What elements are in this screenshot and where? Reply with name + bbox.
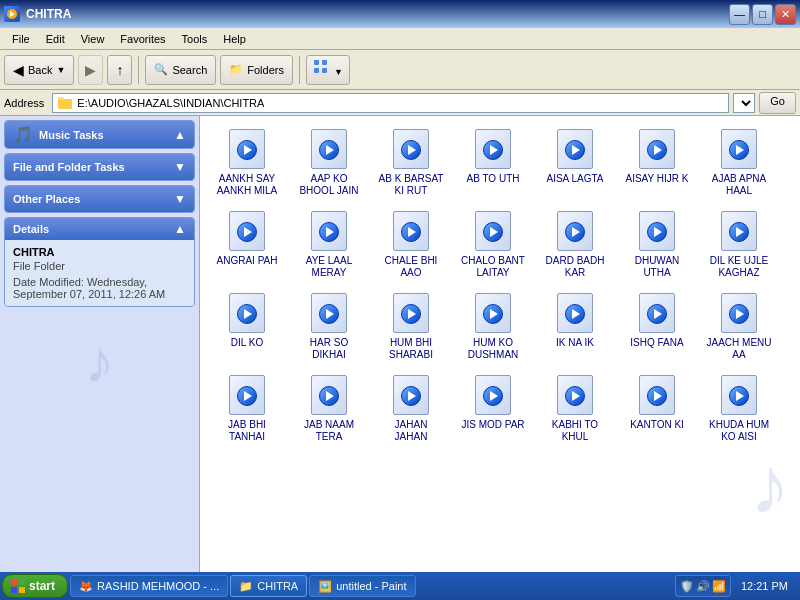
music-tasks-header[interactable]: 🎵 Music Tasks ▲: [5, 121, 194, 148]
play-triangle-icon: [572, 145, 580, 155]
file-item[interactable]: HAR SO DIKHAI: [290, 288, 368, 366]
taskbar-item-paint[interactable]: 🖼️ untitled - Paint: [309, 575, 415, 597]
file-play-button: [401, 304, 421, 324]
play-triangle-icon: [408, 309, 416, 319]
other-places-section: Other Places ▼: [4, 185, 195, 213]
other-places-header[interactable]: Other Places ▼: [5, 186, 194, 212]
file-item[interactable]: HUM BHI SHARABI: [372, 288, 450, 366]
details-content: CHITRA File Folder Date Modified: Wednes…: [5, 240, 194, 306]
play-triangle-icon: [490, 391, 498, 401]
view-button[interactable]: ▼: [306, 55, 350, 85]
play-circle: [237, 222, 257, 242]
play-triangle-icon: [572, 309, 580, 319]
address-dropdown[interactable]: [733, 93, 755, 113]
file-icon-container: [309, 211, 349, 251]
file-name: DIL KE UJLE KAGHAZ: [705, 255, 773, 279]
taskbar-item-firefox[interactable]: 🦊 RASHID MEHMOOD - ...: [70, 575, 228, 597]
file-item[interactable]: HUM KO DUSHMAN: [454, 288, 532, 366]
file-item[interactable]: KANTON KI: [618, 370, 696, 448]
file-item[interactable]: AISA LAGTA: [536, 124, 614, 202]
file-icon-container: [719, 375, 759, 415]
file-name: CHALE BHI AAO: [377, 255, 445, 279]
file-item[interactable]: DIL KO: [208, 288, 286, 366]
back-dropdown-icon[interactable]: ▼: [56, 65, 65, 75]
menu-file[interactable]: File: [4, 31, 38, 47]
maximize-button[interactable]: □: [752, 4, 773, 25]
file-play-button: [565, 386, 585, 406]
file-item[interactable]: DIL KE UJLE KAGHAZ: [700, 206, 778, 284]
taskbar-item-paint-label: untitled - Paint: [336, 580, 406, 592]
up-button[interactable]: ↑: [107, 55, 132, 85]
file-item[interactable]: DARD BADH KAR: [536, 206, 614, 284]
file-icon-container: [555, 211, 595, 251]
file-item[interactable]: DHUWAN UTHA: [618, 206, 696, 284]
play-circle: [237, 386, 257, 406]
svg-rect-10: [11, 587, 17, 593]
file-name: JAACH MENU AA: [705, 337, 773, 361]
file-item[interactable]: JAB BHI TANHAI: [208, 370, 286, 448]
file-item[interactable]: JAACH MENU AA: [700, 288, 778, 366]
file-item[interactable]: AB TO UTH: [454, 124, 532, 202]
start-button[interactable]: start: [2, 574, 68, 598]
play-circle: [565, 386, 585, 406]
file-play-button: [729, 140, 749, 160]
file-item[interactable]: IK NA IK: [536, 288, 614, 366]
file-item[interactable]: AANKH SAY AANKH MILA: [208, 124, 286, 202]
file-item[interactable]: AB K BARSAT KI RUT: [372, 124, 450, 202]
file-item[interactable]: KHUDA HUM KO AISI: [700, 370, 778, 448]
file-name: AISAY HIJR K: [626, 173, 689, 185]
network-icon: 🔊: [696, 580, 710, 593]
details-folder-type: File Folder: [13, 260, 186, 272]
file-item[interactable]: JIS MOD PAR: [454, 370, 532, 448]
music-tasks-label: Music Tasks: [39, 129, 104, 141]
file-icon-container: [227, 293, 267, 333]
play-triangle-icon: [490, 145, 498, 155]
menu-tools[interactable]: Tools: [174, 31, 216, 47]
forward-button[interactable]: ▶: [78, 55, 103, 85]
file-icon-container: [227, 375, 267, 415]
search-label: Search: [172, 64, 207, 76]
file-item[interactable]: AISAY HIJR K: [618, 124, 696, 202]
file-play-button: [647, 222, 667, 242]
file-play-button: [729, 386, 749, 406]
file-item[interactable]: KABHI TO KHUL: [536, 370, 614, 448]
address-folder-icon: [57, 95, 73, 111]
taskbar-item-chitra[interactable]: 📁 CHITRA: [230, 575, 307, 597]
file-folder-header[interactable]: File and Folder Tasks ▼: [5, 154, 194, 180]
menu-favorites[interactable]: Favorites: [112, 31, 173, 47]
go-button[interactable]: Go: [759, 92, 796, 114]
file-name: DIL KO: [231, 337, 263, 349]
file-folder-tasks-section: File and Folder Tasks ▼: [4, 153, 195, 181]
file-item[interactable]: CHALO BANT LAITAY: [454, 206, 532, 284]
file-item[interactable]: AYE LAAL MERAY: [290, 206, 368, 284]
file-item[interactable]: AAP KO BHOOL JAIN: [290, 124, 368, 202]
file-item[interactable]: ANGRAI PAH: [208, 206, 286, 284]
file-item[interactable]: JAHAN JAHAN: [372, 370, 450, 448]
view-dropdown-icon[interactable]: ▼: [334, 67, 343, 77]
menu-edit[interactable]: Edit: [38, 31, 73, 47]
folder-icon: 📁: [239, 580, 253, 593]
search-button[interactable]: 🔍 Search: [145, 55, 216, 85]
file-icon-container: [309, 375, 349, 415]
volume-icon: 📶: [712, 580, 726, 593]
address-input[interactable]: E:\AUDIO\GHAZALS\INDIAN\CHITRA: [52, 93, 729, 113]
minimize-button[interactable]: —: [729, 4, 750, 25]
close-button[interactable]: ✕: [775, 4, 796, 25]
folders-button[interactable]: 📁 Folders: [220, 55, 293, 85]
music-note-icon: 🎵: [13, 125, 33, 144]
menu-view[interactable]: View: [73, 31, 113, 47]
play-triangle-icon: [326, 391, 334, 401]
file-item[interactable]: JAB NAAM TERA: [290, 370, 368, 448]
details-header[interactable]: Details ▲: [5, 218, 194, 240]
back-button[interactable]: ◀ Back ▼: [4, 55, 74, 85]
file-play-button: [401, 222, 421, 242]
file-name: DHUWAN UTHA: [623, 255, 691, 279]
file-item[interactable]: AJAB APNA HAAL: [700, 124, 778, 202]
file-item[interactable]: ISHQ FANA: [618, 288, 696, 366]
file-icon-container: [637, 211, 677, 251]
menu-help[interactable]: Help: [215, 31, 254, 47]
clock: 12:21 PM: [735, 578, 794, 594]
file-name: AANKH SAY AANKH MILA: [213, 173, 281, 197]
file-item[interactable]: CHALE BHI AAO: [372, 206, 450, 284]
play-circle: [483, 386, 503, 406]
